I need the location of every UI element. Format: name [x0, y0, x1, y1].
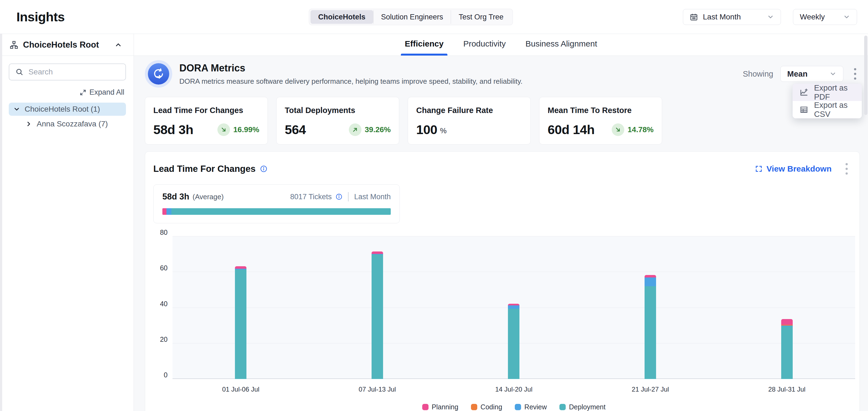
- progress-segment-deployment: [172, 208, 391, 215]
- progress-segment-review: [166, 208, 172, 215]
- granularity-select[interactable]: Weekly: [793, 9, 857, 25]
- card-lead-time-for-changes: Lead Time For Changes 58d 3h 16.99%: [145, 97, 268, 144]
- chevron-right-icon[interactable]: [25, 121, 32, 128]
- phase-progress-bar: [162, 208, 391, 215]
- bar-segment-planning: [235, 266, 246, 268]
- legend-swatch: [471, 404, 477, 410]
- dora-header: DORA Metrics DORA metrics measure softwa…: [145, 60, 860, 88]
- stacked-bar-21-jul-27-jul[interactable]: [645, 275, 656, 379]
- stacked-bar-28-jul-31-jul[interactable]: [781, 319, 793, 379]
- sidebar-search[interactable]: [9, 64, 126, 80]
- tree-item-anna-scozzafava[interactable]: Anna Scozzafava (7): [21, 117, 126, 131]
- page-scrollbar[interactable]: [864, 36, 867, 115]
- divider: [348, 192, 348, 201]
- expand-all-label: Expand All: [89, 88, 124, 97]
- ticket-count: 8017 Tickets: [290, 193, 332, 201]
- export-as-pdf-item[interactable]: Export as PDF: [793, 84, 862, 101]
- metric-value: 564: [285, 122, 306, 137]
- card-mean-time-to-restore: Mean Time To Restore 60d 14h 14.78%: [539, 97, 662, 144]
- search-icon: [16, 68, 24, 76]
- trend-down-icon: [217, 124, 230, 136]
- lead-time-bar-chart: 020406080 01 Jul-06 Jul07 Jul-13 Jul14 J…: [153, 236, 855, 411]
- trend-value: 14.78%: [628, 125, 654, 134]
- trend-badge: 39.26%: [349, 124, 391, 136]
- calendar-icon: [690, 13, 698, 21]
- summary-qualifier: (Average): [192, 193, 224, 201]
- stacked-bar-14-jul-20-jul[interactable]: [508, 304, 520, 379]
- expand-all-link[interactable]: Expand All: [80, 88, 124, 97]
- stacked-bar-07-jul-13-jul[interactable]: [372, 251, 383, 379]
- legend-label: Coding: [480, 403, 502, 411]
- granularity-value: Weekly: [800, 12, 825, 21]
- tab-productivity[interactable]: Productivity: [462, 39, 507, 56]
- trend-badge: 16.99%: [217, 124, 259, 136]
- legend-item-review[interactable]: Review: [515, 403, 547, 411]
- info-icon[interactable]: [260, 165, 268, 173]
- main-tab-bar: Efficiency Productivity Business Alignme…: [134, 34, 868, 56]
- legend-label: Planning: [432, 403, 458, 411]
- y-tick-label: 0: [151, 371, 167, 379]
- chevron-down-icon: [829, 70, 837, 77]
- bar-segment-planning: [781, 319, 793, 325]
- x-axis-label: 21 Jul-27 Jul: [582, 385, 719, 393]
- chart-plot-area: 020406080: [173, 236, 855, 379]
- tree-item-label: Anna Scozzafava (7): [37, 119, 108, 128]
- app-header: Insights ChoiceHotels Solution Engineers…: [0, 0, 868, 34]
- legend-label: Deployment: [569, 403, 606, 411]
- view-breakdown-link[interactable]: View Breakdown: [755, 164, 832, 173]
- metric-title: Change Failure Rate: [416, 106, 522, 115]
- bar-segment-planning: [372, 251, 383, 254]
- chart-kebab-menu-button[interactable]: [842, 161, 851, 177]
- table-icon: [799, 105, 809, 114]
- dora-kebab-menu-button[interactable]: [850, 66, 860, 82]
- chevron-down-icon[interactable]: [13, 106, 20, 113]
- search-input[interactable]: [29, 68, 119, 76]
- metric-value: 60d 14h: [548, 122, 595, 137]
- efficiency-content: DORA Metrics DORA metrics measure softwa…: [134, 56, 868, 411]
- org-chart-icon: [9, 40, 19, 49]
- info-icon[interactable]: [335, 193, 343, 200]
- x-axis-label: 01 Jul-06 Jul: [173, 385, 309, 393]
- chevron-down-icon: [843, 13, 850, 21]
- aggregation-value: Mean: [787, 69, 807, 78]
- date-range-select[interactable]: Last Month: [683, 9, 781, 25]
- header-controls: Last Month Weekly: [683, 9, 857, 25]
- dora-subtitle: DORA metrics measure software delivery p…: [179, 77, 522, 85]
- tab-efficiency[interactable]: Efficiency: [404, 39, 445, 56]
- metric-suffix: %: [440, 127, 446, 135]
- tree-item-choicehotels-root[interactable]: ChoiceHotels Root (1): [9, 103, 126, 116]
- menu-item-label: Export as PDF: [814, 83, 855, 102]
- bar-segment-review: [645, 277, 656, 286]
- trend-down-icon: [612, 124, 624, 136]
- legend-item-deployment[interactable]: Deployment: [559, 403, 606, 411]
- bar-segment-deployment: [235, 270, 246, 379]
- org-tab-test-org-tree[interactable]: Test Org Tree: [451, 10, 511, 24]
- x-axis-label: 07 Jul-13 Jul: [309, 385, 446, 393]
- stacked-bar-01-jul-06-jul[interactable]: [235, 266, 246, 379]
- org-tab-solution-engineers[interactable]: Solution Engineers: [373, 10, 451, 24]
- dora-cycle-icon: [145, 60, 172, 88]
- metric-title: Total Deployments: [285, 106, 391, 115]
- chart-x-axis-labels: 01 Jul-06 Jul07 Jul-13 Jul14 Jul-20 Jul2…: [173, 385, 855, 393]
- sidebar-scrollbar[interactable]: [0, 34, 2, 411]
- tab-business-alignment[interactable]: Business Alignment: [524, 39, 598, 56]
- aggregation-select[interactable]: Mean: [780, 66, 843, 82]
- chart-legend: PlanningCodingReviewDeployment: [173, 403, 855, 411]
- summary-value: 58d 3h: [162, 192, 189, 202]
- summary-period: Last Month: [354, 193, 391, 201]
- trend-up-icon: [349, 124, 362, 136]
- export-as-csv-item[interactable]: Export as CSV: [793, 101, 862, 118]
- legend-swatch: [559, 404, 566, 410]
- bar-segment-deployment: [781, 327, 793, 379]
- bar-segment-deployment: [508, 309, 520, 379]
- y-tick-label: 80: [151, 229, 167, 236]
- org-switcher: ChoiceHotels Solution Engineers Test Org…: [309, 9, 513, 25]
- org-tab-choicehotels[interactable]: ChoiceHotels: [311, 10, 373, 24]
- metric-title: Lead Time For Changes: [153, 106, 259, 115]
- showing-label: Showing: [743, 69, 773, 78]
- sidebar-collapse-button[interactable]: [112, 39, 124, 51]
- legend-item-planning[interactable]: Planning: [422, 403, 458, 411]
- view-breakdown-label: View Breakdown: [767, 164, 832, 173]
- y-tick-label: 40: [151, 300, 167, 308]
- legend-item-coding[interactable]: Coding: [471, 403, 502, 411]
